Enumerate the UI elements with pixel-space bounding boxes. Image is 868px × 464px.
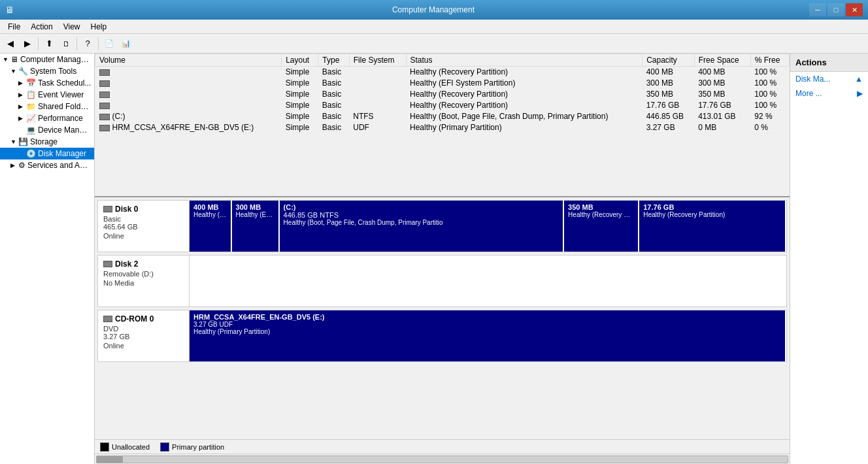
legend-label: Primary partition [172,443,224,451]
close-button[interactable]: ✕ [846,3,863,16]
partition[interactable]: HRM_CCSA_X64FRE_EN-GB_DV5 (E:)3.27 GB UD… [190,310,786,361]
table-cell: UDF [349,122,406,133]
table-cell: 100 % [750,89,789,100]
col-header-free-space[interactable]: Free Space [694,54,750,67]
menu-item-help[interactable]: Help [86,21,112,33]
sidebar-item-storage[interactable]: ▼💾Storage [0,136,94,148]
menu-item-action[interactable]: Action [25,21,58,33]
table-cell: (C:) [95,111,282,122]
disk-icon [103,206,112,212]
more-action[interactable]: More ... ▶ [790,86,868,101]
scrollbar-thumb[interactable] [97,456,123,463]
export-button[interactable]: 📄 [101,36,117,52]
disk-name: Disk 2 [115,259,138,269]
partition[interactable]: 400 MBHealthy (Recovery Parti [190,201,232,252]
horizontal-scrollbar[interactable] [95,454,790,464]
legend-color-box [100,442,109,452]
partition[interactable]: (C:)446.85 GB NTFSHealthy (Boot, Page Fi… [280,201,565,252]
disk-size: 465.64 GB [103,223,184,231]
table-body: SimpleBasicHealthy (Recovery Partition)4… [95,67,790,133]
disk-partitions: HRM_CCSA_X64FRE_EN-GB_DV5 (E:)3.27 GB UD… [190,310,786,361]
toolbar: ◀ ▶ ⬆ 🗋 ? 📄 📊 [0,34,868,54]
sidebar-item-computer-manage---[interactable]: ▼🖥Computer Manage... [0,54,94,65]
tree-toggle-icon: ▶ [18,91,26,98]
table-cell: Healthy (EFI System Partition) [406,78,643,89]
sidebar: ▼🖥Computer Manage...▼🔧System Tools▶📅Task… [0,54,95,464]
tree-item-label: Storage [30,137,58,146]
up-button[interactable]: ⬆ [41,36,57,52]
col-header---free[interactable]: % Free [750,54,789,67]
sidebar-item-device-manag---[interactable]: 💻Device Manag... [0,124,94,136]
table-cell: 17.76 GB [643,100,695,111]
disk-type: Removable (D:) [103,270,184,278]
col-header-status[interactable]: Status [406,54,643,67]
partition[interactable]: 300 MBHealthy (EFI System Pa [232,201,280,252]
partition-fs: 446.85 GB NTFS [284,211,559,219]
table-row[interactable]: (C:)SimpleBasicNTFSHealthy (Boot, Page F… [95,111,790,122]
disk-manager-action[interactable]: Disk Ma... ▲ [790,72,868,86]
disk-row: Disk 0Basic465.64 GBOnline400 MBHealthy … [97,200,787,252]
help-button[interactable]: ? [80,36,95,52]
col-header-capacity[interactable]: Capacity [643,54,695,67]
tree-item-label: Services and App... [27,161,92,170]
table-row[interactable]: SimpleBasicHealthy (Recovery Partition)4… [95,67,790,78]
col-header-file-system[interactable]: File System [349,54,406,67]
table-cell [95,67,282,78]
legend-item: Unallocated [100,442,150,452]
table-cell: HRM_CCSA_X64FRE_EN-GB_DV5 (E:) [95,122,282,133]
table-cell [349,100,406,111]
sidebar-item-event-viewer[interactable]: ▶📋Event Viewer [0,89,94,101]
disk-icon [103,316,112,322]
tree-node-icon: ⚙ [18,161,25,170]
table-row[interactable]: HRM_CCSA_X64FRE_EN-GB_DV5 (E:)SimpleBasi… [95,122,790,133]
disk-status: Online [103,342,184,350]
disk-row: CD-ROM 0DVD3.27 GBOnlineHRM_CCSA_X64FRE_… [97,310,787,362]
chart-button[interactable]: 📊 [118,36,134,52]
disk-title: Disk 0 [103,205,184,214]
forward-button[interactable]: ▶ [20,36,35,52]
menu-item-file[interactable]: File [3,21,25,33]
sidebar-item-system-tools[interactable]: ▼🔧System Tools [0,65,94,77]
minimize-button[interactable]: ─ [809,3,826,16]
partition-status: Healthy (Boot, Page File, Crash Dump, Pr… [284,219,559,226]
partition-status: Healthy (Recovery Partition) [643,211,781,218]
back-button[interactable]: ◀ [3,36,18,52]
restore-button[interactable]: □ [827,3,844,16]
sidebar-item-performance[interactable]: ▶📈Performance [0,112,94,124]
col-header-type[interactable]: Type [318,54,349,67]
table-cell [95,100,282,111]
sidebar-item-disk-manager[interactable]: 💿Disk Manager [0,148,94,159]
sidebar-item-task-schedul---[interactable]: ▶📅Task Schedul... [0,77,94,89]
actions-panel: Actions Disk Ma... ▲ More ... ▶ [790,54,868,464]
window-controls: ─ □ ✕ [809,3,863,16]
new-button[interactable]: 🗋 [58,36,74,52]
empty-partition-area [190,256,786,307]
legend-label: Unallocated [112,443,150,451]
tree-item-label: Task Schedul... [38,78,91,88]
col-header-layout[interactable]: Layout [282,54,318,67]
drive-icon [99,69,110,76]
sidebar-item-shared-folde---[interactable]: ▶📁Shared Folde... [0,101,94,112]
tree-toggle-icon: ▼ [3,56,10,63]
tree-node-icon: 💻 [26,125,36,135]
table-row[interactable]: SimpleBasicHealthy (Recovery Partition)1… [95,100,790,111]
table-cell: Simple [282,67,318,78]
table-cell: 400 MB [643,67,695,78]
table-cell: Basic [318,122,349,133]
table-row[interactable]: SimpleBasicHealthy (EFI System Partition… [95,78,790,89]
table-cell: 350 MB [643,89,695,100]
table-row[interactable]: SimpleBasicHealthy (Recovery Partition)3… [95,89,790,100]
col-header-volume[interactable]: Volume [95,54,282,67]
disk-icon [103,261,112,267]
sidebar-item-services-and-app---[interactable]: ▶⚙Services and App... [0,159,94,171]
table-cell: 350 MB [694,89,750,100]
partition[interactable]: 350 MBHealthy (Recovery Part [564,201,639,252]
drive-icon [99,80,110,87]
partition-status: 3.27 GB UDF [193,321,781,328]
scrollbar-track[interactable] [96,456,788,463]
disk-partitions: 400 MBHealthy (Recovery Parti300 MBHealt… [190,201,786,252]
menu-item-view[interactable]: View [58,21,86,33]
partition[interactable]: 17.76 GBHealthy (Recovery Partition) [639,201,786,252]
table-cell: 3.27 GB [643,122,695,133]
table-cell: Healthy (Recovery Partition) [406,67,643,78]
